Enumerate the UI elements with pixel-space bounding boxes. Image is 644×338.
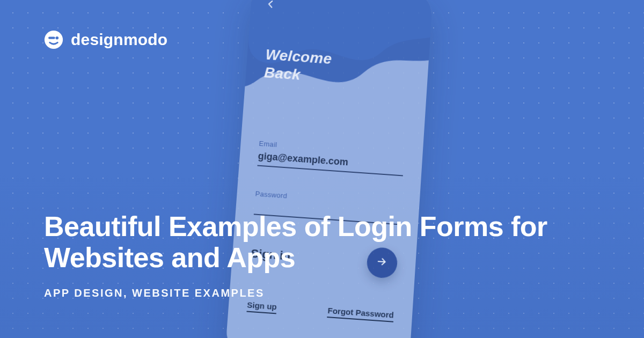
svg-rect-2 bbox=[48, 37, 55, 39]
designmodo-logo-icon bbox=[44, 30, 63, 49]
article-text-block: Beautiful Examples of Login Forms for We… bbox=[44, 211, 600, 299]
svg-point-3 bbox=[56, 36, 59, 40]
svg-point-1 bbox=[45, 31, 63, 49]
brand-name: designmodo bbox=[71, 31, 167, 49]
page-title: Beautiful Examples of Login Forms for We… bbox=[44, 211, 581, 273]
forgot-password-link[interactable]: Forgot Password bbox=[327, 306, 394, 322]
brand-lockup: designmodo bbox=[44, 30, 167, 49]
category-kicker: APP DESIGN, WEBSITE EXAMPLES bbox=[44, 287, 600, 299]
email-field-group: Email giga@example.com bbox=[257, 139, 405, 177]
back-icon[interactable] bbox=[266, 0, 276, 9]
signup-link[interactable]: Sign up bbox=[246, 300, 277, 314]
